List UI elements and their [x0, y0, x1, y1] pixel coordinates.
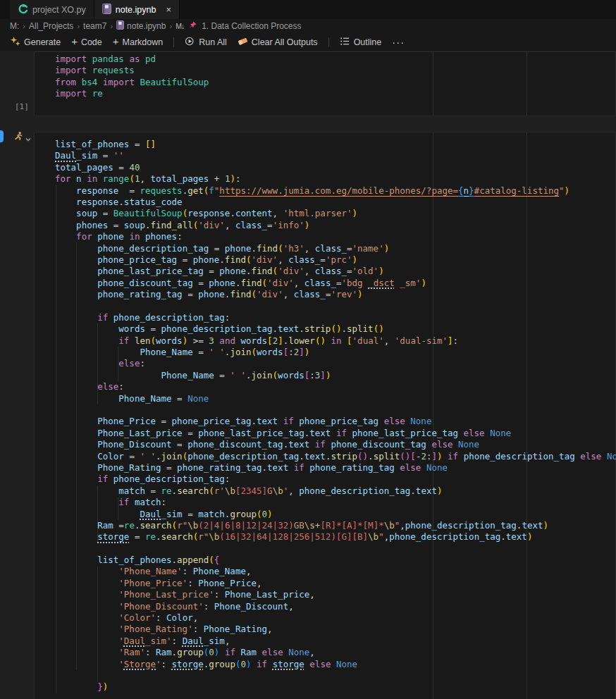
code-line[interactable]: Daul_sim = '' [55, 150, 615, 161]
chevron-right-icon: › [23, 22, 25, 30]
focused-cell-indicator [0, 130, 4, 142]
code-line[interactable]: 'Phone_Last_price': Phone_Last_price, [55, 589, 615, 600]
tab-bar-lead [0, 0, 10, 19]
code-line[interactable]: for phone in phones: [55, 231, 615, 242]
code-line[interactable]: }) [55, 681, 615, 693]
run-all-icon [185, 36, 195, 49]
add-code-button[interactable]: + Code [71, 37, 102, 47]
cell-code[interactable]: list_of_phones = []Daul_sim = ''total_pa… [35, 132, 615, 693]
code-line[interactable]: phone_price_tag = phone.find('div', clas… [55, 254, 615, 266]
generate-button[interactable]: Generate [10, 36, 61, 49]
code-line[interactable]: 'Ram': Ram.group(0) if Ram else None, [55, 647, 615, 658]
code-line[interactable]: Phone_Name = None [55, 393, 615, 404]
code-line[interactable]: Color = ' '.join(phone_description_tag.t… [55, 451, 615, 462]
runner-icon [13, 131, 24, 144]
code-line[interactable]: response.status_code [55, 197, 615, 208]
code-line[interactable]: words = phone_description_tag.text.strip… [55, 323, 615, 335]
code-cell-2[interactable]: list_of_phones = []Daul_sim = ''total_pa… [34, 132, 616, 699]
code-line[interactable]: 'Phone_Rating': Phone_Rating, [55, 624, 615, 635]
code-line[interactable]: total_pages = 40 [55, 162, 615, 173]
code-line[interactable]: response = requests.get(f"https://www.ju… [55, 185, 615, 197]
tab-label: project XO.py [32, 5, 86, 15]
notebook-icon [102, 4, 111, 16]
cell-code[interactable]: import pandas as pdimport requestsfrom b… [35, 52, 615, 100]
tab-label: note.ipynb [116, 5, 156, 15]
code-line[interactable]: Phone_Discount = phone_discount_tag.text… [55, 439, 615, 450]
tab-bar: project XO.py note.ipynb × [0, 0, 616, 19]
code-line[interactable]: import pandas as pd [55, 54, 615, 65]
breadcrumb-team[interactable]: team7 [83, 21, 106, 31]
code-line[interactable] [55, 543, 615, 555]
code-line[interactable]: list_of_phones = [] [55, 139, 615, 150]
code-line[interactable]: storge = re.search(r"\b(16|32|64|128|256… [55, 531, 615, 543]
code-line[interactable]: phone_rating_tag = phone.find('div', cla… [55, 289, 615, 300]
toolbar-divider [173, 37, 174, 47]
code-line[interactable] [55, 404, 615, 416]
code-line[interactable]: for n in range(1, total_pages + 1): [55, 173, 615, 185]
outline-icon [340, 36, 350, 49]
chevron-right-icon: › [169, 22, 172, 30]
code-line[interactable] [55, 670, 615, 681]
run-all-button[interactable]: Run All [185, 36, 227, 49]
eraser-icon [238, 36, 248, 49]
code-line[interactable]: list_of_phones.append({ [55, 555, 615, 566]
code-line[interactable]: phone_description_tag = phone.find('h3',… [55, 243, 615, 254]
code-line[interactable]: 'Phone_Discount': Phone_Discount, [55, 601, 615, 612]
code-line[interactable]: Phone_Price = phone_price_tag.text if ph… [55, 416, 615, 427]
code-cell-1[interactable]: import pandas as pdimport requestsfrom b… [34, 51, 616, 116]
code-line[interactable]: Phone_Name = ' '.join(words[:2]) [55, 347, 615, 358]
sparkle-icon [10, 36, 20, 49]
breadcrumb: M: › All_Projects › team7 › note.ipynb ›… [0, 19, 616, 33]
code-line[interactable]: phone_discount_tag = phone.find('div', c… [55, 278, 615, 289]
code-line[interactable]: soup = BeautifulSoup(response.content, '… [55, 208, 615, 219]
code-line[interactable]: phone_last_price_tag = phone.find('div',… [55, 266, 615, 277]
code-line[interactable]: else: [55, 381, 615, 392]
run-cell-button[interactable] [13, 131, 31, 144]
code-line[interactable]: if phone_description_tag: [55, 474, 615, 485]
code-line[interactable] [55, 300, 615, 311]
code-line[interactable]: Phone_Name = ' '.join(words[:3]) [55, 370, 615, 381]
code-line[interactable]: Ram =re.search(r"\b(2|4|6|8|12|24|32)GB\… [55, 520, 615, 531]
code-line[interactable]: if phone_description_tag: [55, 312, 615, 323]
code-line[interactable]: Phone_Last_price = phone_last_price_tag.… [55, 428, 615, 439]
breadcrumb-drive[interactable]: M: [10, 21, 19, 31]
code-line[interactable]: from bs4 import BeautifulSoup [55, 77, 615, 88]
code-line[interactable]: 'Phone_Name': Phone_Name, [55, 566, 615, 577]
code-line[interactable]: 'Storge': storge.group(0) if storge else… [55, 659, 615, 670]
code-line[interactable]: 'Color': Color, [55, 612, 615, 624]
clear-all-outputs-button[interactable]: Clear All Outputs [238, 36, 318, 49]
vscode-window: project XO.py note.ipynb × M: › All_Proj… [0, 0, 616, 699]
tab-project-xo[interactable]: project XO.py [10, 0, 94, 19]
chevron-right-icon: › [77, 22, 80, 30]
chevron-right-icon: › [110, 22, 113, 30]
code-line[interactable]: Daul_sim = match.group(0) [55, 509, 615, 520]
breadcrumb-project[interactable]: All_Projects [29, 21, 73, 31]
code-line[interactable]: import requests [55, 65, 615, 76]
add-markdown-button[interactable]: + Markdown [113, 37, 163, 47]
pin-icon [188, 20, 197, 32]
execution-count: [1] [15, 102, 29, 111]
code-line[interactable]: match = re.search(r'\b[2345]G\b', phone_… [55, 485, 615, 497]
code-line[interactable]: 'Phone_Price': Phone_Price, [55, 578, 615, 589]
chevron-down-icon [25, 132, 31, 144]
code-line[interactable]: 'Daul_sim': Daul_sim, [55, 636, 615, 647]
markdown-cell-icon[interactable]: M↓ [175, 22, 184, 30]
plus-icon: + [113, 35, 119, 47]
outline-button[interactable]: Outline [340, 36, 382, 49]
tab-note-ipynb[interactable]: note.ipynb × [94, 0, 180, 19]
code-line[interactable]: import re [55, 88, 615, 99]
toolbar-divider [328, 37, 329, 47]
plus-icon: + [71, 35, 78, 47]
code-line[interactable]: if match: [55, 497, 615, 508]
notebook-editor: import pandas as pdimport requestsfrom b… [0, 51, 616, 699]
code-line[interactable]: phones = soup.find_all('div', class_='in… [55, 220, 615, 231]
code-line[interactable]: if len(words) >= 3 and words[2].lower() … [55, 335, 615, 347]
breadcrumb-file[interactable]: note.ipynb [116, 20, 166, 32]
conda-file-icon [18, 4, 28, 16]
code-line[interactable]: Phone_Rating = phone_rating_tag.text if … [55, 462, 615, 474]
code-line[interactable]: else: [55, 358, 615, 369]
notebook-icon [116, 20, 124, 32]
breadcrumb-heading[interactable]: 1. Data Collection Process [202, 21, 301, 31]
close-icon[interactable]: × [166, 5, 171, 14]
more-actions-icon[interactable]: ··· [392, 36, 405, 48]
